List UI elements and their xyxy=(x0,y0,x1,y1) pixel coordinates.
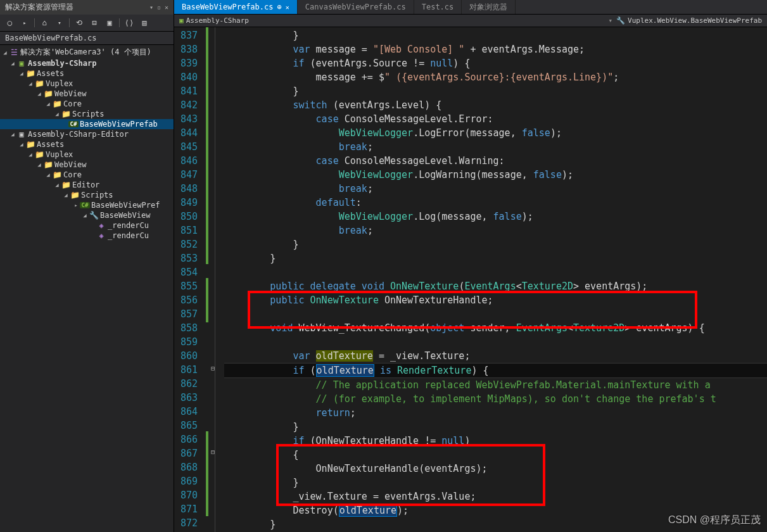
change-indicators xyxy=(204,27,210,532)
project-node[interactable]: ◢▣Assembly-CSharp-Editor xyxy=(0,129,174,139)
folder-node[interactable]: ◢📁WebView xyxy=(0,160,174,170)
member-node[interactable]: ◈_renderCu xyxy=(0,231,174,241)
current-file-label: BaseWebViewPrefab.cs xyxy=(0,32,174,45)
folder-node[interactable]: ◢📁Assets xyxy=(0,68,174,79)
nav-back-icon[interactable]: ◯ xyxy=(4,17,15,28)
folder-node[interactable]: ◢📁Editor xyxy=(0,180,174,190)
code-text[interactable]: } var message = "[Web Console] " + event… xyxy=(219,27,767,532)
tab-test[interactable]: Test.cs xyxy=(414,0,462,14)
preview-icon[interactable]: ▤ xyxy=(139,17,150,28)
folder-node[interactable]: ◢📁Assets xyxy=(0,139,174,149)
folder-node[interactable]: ◢📁Core xyxy=(0,170,174,180)
file-node-basewebviewprefab[interactable]: C#BaseWebViewPrefab xyxy=(0,119,174,129)
breadcrumb[interactable]: ▣Assembly-CSharp ▾ 🔧Vuplex.WebView.BaseW… xyxy=(174,14,767,27)
toolbar: ◯ ▸ ⌂ ▾ ⟲ ⊟ ▣ ⟨⟩ ▤ xyxy=(0,15,174,32)
collapse-icon[interactable]: ⊟ xyxy=(89,17,100,28)
home-icon[interactable]: ⌂ xyxy=(39,17,50,28)
folder-node[interactable]: ◢📁Vuplex xyxy=(0,79,174,89)
tab-object-browser[interactable]: 对象浏览器 xyxy=(462,0,516,14)
folder-node[interactable]: ◢📁Scripts xyxy=(0,190,174,200)
code-editor[interactable]: 8378388398408418428438448458468478488498… xyxy=(174,27,767,532)
solution-tree[interactable]: ◢☱解决方案'WebCamera3' (4 个项目) ◢▣Assembly-CS… xyxy=(0,45,174,532)
folder-node[interactable]: ◢📁Scripts xyxy=(0,109,174,119)
project-node[interactable]: ◢▣Assembly-CSharp xyxy=(0,58,174,68)
file-node[interactable]: ▸C#BaseWebViewPref xyxy=(0,200,174,210)
panel-header: 解决方案资源管理器 ▾ ▫ ✕ xyxy=(0,0,174,15)
views-icon[interactable]: ▾ xyxy=(54,17,65,28)
nav-fwd-icon[interactable]: ▸ xyxy=(19,17,30,28)
props-icon[interactable]: ⟨⟩ xyxy=(124,17,135,28)
panel-header-buttons[interactable]: ▾ ▫ ✕ xyxy=(149,4,168,11)
folding-column[interactable]: ⊟ ⊟ xyxy=(210,27,219,532)
folder-node[interactable]: ◢📁Core xyxy=(0,99,174,109)
line-numbers: 8378388398408418428438448458468478488498… xyxy=(174,27,204,532)
panel-title: 解决方案资源管理器 xyxy=(5,2,73,13)
editor-area: BaseWebViewPrefab.cs⊕✕ CanvasWebViewPref… xyxy=(174,0,767,532)
class-node[interactable]: ◢🔧BaseWebView xyxy=(0,210,174,220)
watermark: CSDN @程序员正茂 xyxy=(668,514,761,527)
solution-node[interactable]: ◢☱解决方案'WebCamera3' (4 个项目) xyxy=(0,46,174,58)
tab-canvaswebviewprefab[interactable]: CanvasWebViewPrefab.cs xyxy=(298,0,414,14)
folder-node[interactable]: ◢📁Vuplex xyxy=(0,149,174,160)
tab-basewebviewprefab[interactable]: BaseWebViewPrefab.cs⊕✕ xyxy=(174,0,298,14)
show-all-icon[interactable]: ▣ xyxy=(104,17,115,28)
folder-node[interactable]: ◢📁WebView xyxy=(0,89,174,99)
solution-explorer-panel: 解决方案资源管理器 ▾ ▫ ✕ ◯ ▸ ⌂ ▾ ⟲ ⊟ ▣ ⟨⟩ ▤ BaseW… xyxy=(0,0,174,532)
member-node[interactable]: ◈_renderCu xyxy=(0,220,174,231)
sync-icon[interactable]: ⟲ xyxy=(73,17,85,28)
editor-tabs: BaseWebViewPrefab.cs⊕✕ CanvasWebViewPref… xyxy=(174,0,767,14)
